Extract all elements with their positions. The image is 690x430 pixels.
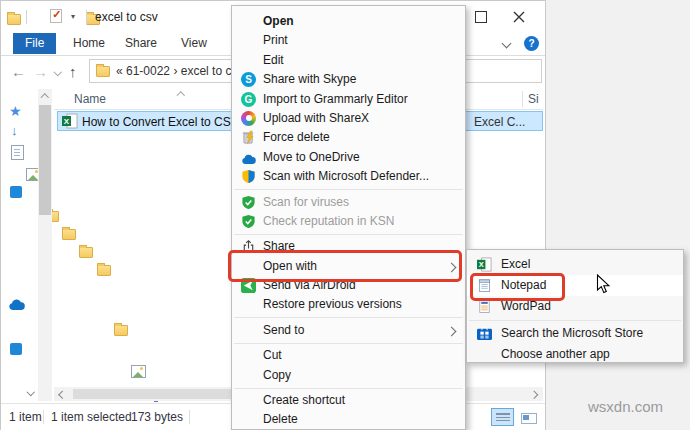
- screenshot: ▾ excel to csv File Home Share View ? ← …: [0, 0, 690, 430]
- search-input[interactable]: [456, 59, 542, 83]
- sort-ascending-icon[interactable]: [177, 92, 185, 100]
- menu-item-cut[interactable]: Cut: [232, 346, 465, 365]
- details-view-button[interactable]: [491, 408, 514, 426]
- menu-item-restore-previous-versions[interactable]: Restore previous versions: [232, 295, 465, 314]
- qat-separator: [86, 10, 87, 24]
- menu-item-copy[interactable]: Copy: [232, 366, 465, 385]
- status-divider: [189, 410, 190, 424]
- menu-item-scan-for-viruses[interactable]: Scan for viruses: [232, 193, 465, 212]
- menu-item-open[interactable]: Open: [232, 12, 465, 31]
- svg-text:X: X: [64, 117, 70, 126]
- antivirus-shield-icon: [241, 195, 256, 210]
- context-menu: Open Print Edit S Share with Skype G Imp…: [231, 5, 466, 430]
- onedrive-icon: [241, 152, 256, 167]
- thumbnail-view-button[interactable]: [516, 408, 539, 426]
- submenu-item-excel[interactable]: X Excel: [467, 254, 683, 275]
- onedrive-cloud-icon[interactable]: [8, 299, 25, 311]
- microsoft-store-icon: [477, 326, 492, 341]
- back-icon[interactable]: ←: [11, 56, 26, 89]
- vertical-scrollbar-thumb[interactable]: [39, 105, 51, 215]
- file-type: Excel C...: [474, 113, 525, 131]
- open-with-submenu: X Excel Notepad WordP: [466, 249, 684, 363]
- help-icon[interactable]: ?: [524, 36, 539, 51]
- close-icon[interactable]: [512, 10, 526, 24]
- menu-separator: [234, 388, 463, 389]
- scroll-right-icon[interactable]: [530, 390, 538, 398]
- ribbon-collapse-icon[interactable]: [502, 39, 512, 49]
- menu-item-move-to-onedrive[interactable]: Move to OneDrive: [232, 148, 465, 167]
- menu-separator: [234, 317, 463, 318]
- maximize-button[interactable]: [475, 11, 487, 23]
- sharex-icon: [241, 111, 256, 126]
- menu-item-create-shortcut[interactable]: Create shortcut: [232, 391, 465, 410]
- device-icon[interactable]: [10, 343, 22, 355]
- documents-icon[interactable]: [11, 145, 24, 160]
- scroll-up-icon[interactable]: [41, 94, 49, 102]
- details-view-icon: [496, 413, 510, 422]
- status-divider: [43, 410, 44, 424]
- downloads-arrow-icon[interactable]: ↓: [11, 123, 18, 138]
- menu-item-share-with-skype[interactable]: S Share with Skype: [232, 70, 465, 89]
- qat-dropdown-icon[interactable]: ▾: [71, 1, 75, 33]
- grammarly-icon: G: [241, 92, 256, 107]
- submenu-separator: [469, 320, 681, 321]
- device-icon[interactable]: [10, 186, 22, 198]
- tab-share[interactable]: Share: [113, 33, 169, 54]
- menu-item-print[interactable]: Print: [232, 31, 465, 50]
- menu-item-edit[interactable]: Edit: [232, 51, 465, 70]
- menu-item-delete[interactable]: Delete: [232, 410, 465, 429]
- column-divider[interactable]: [522, 91, 523, 107]
- menu-item-scan-defender[interactable]: Scan with Microsoft Defender...: [232, 167, 465, 186]
- tab-file[interactable]: File: [13, 33, 56, 54]
- qat-separator: [26, 10, 27, 24]
- folder-icon[interactable]: [114, 325, 128, 336]
- column-header-size[interactable]: Si: [528, 89, 539, 109]
- thumbnail-view-icon: [521, 413, 537, 424]
- submenu-item-notepad[interactable]: Notepad: [467, 275, 683, 296]
- address-folder-icon: [96, 66, 110, 77]
- column-header-name[interactable]: Name: [74, 89, 106, 109]
- folder-icon[interactable]: [62, 229, 76, 240]
- submenu-item-choose-another-app[interactable]: Choose another app: [467, 344, 683, 365]
- folder-icon[interactable]: [97, 265, 111, 276]
- submenu-item-search-microsoft-store[interactable]: Search the Microsoft Store: [467, 323, 683, 344]
- menu-item-open-with[interactable]: Open with: [232, 257, 465, 276]
- vertical-scrollbar[interactable]: [38, 89, 52, 401]
- menu-separator: [234, 234, 463, 235]
- antivirus-shield-icon: [241, 214, 256, 229]
- tab-home[interactable]: Home: [61, 33, 117, 54]
- status-size: 173 bytes: [131, 404, 183, 430]
- file-name: How to Convert Excel to CSV v: [82, 113, 248, 131]
- menu-item-share[interactable]: Share: [232, 237, 465, 256]
- skype-icon: S: [241, 72, 256, 87]
- scroll-left-icon[interactable]: [59, 390, 67, 398]
- tab-view[interactable]: View: [169, 33, 219, 54]
- recent-locations-icon[interactable]: [54, 68, 62, 76]
- menu-item-send-to[interactable]: Send to: [232, 321, 465, 340]
- menu-item-import-grammarly[interactable]: G Import to Grammarly Editor: [232, 90, 465, 109]
- expander-chevron-icon[interactable]: [27, 388, 35, 396]
- breadcrumb[interactable]: « 61-0022 › excel to c: [116, 60, 231, 82]
- mouse-cursor: [596, 274, 610, 295]
- status-selected: 1 item selected: [51, 404, 132, 430]
- forward-icon[interactable]: →: [33, 56, 48, 89]
- excel-icon: X: [477, 257, 492, 272]
- airdroid-icon: [241, 278, 256, 293]
- folder-icon[interactable]: [79, 247, 93, 258]
- menu-item-force-delete[interactable]: Force delete: [232, 128, 465, 147]
- submenu-arrow-icon: [447, 262, 457, 272]
- pictures-icon[interactable]: [131, 365, 146, 378]
- menu-separator: [234, 343, 463, 344]
- quick-access-star-icon[interactable]: ★: [9, 103, 22, 119]
- qat-properties-icon[interactable]: [50, 9, 62, 23]
- menu-item-upload-sharex[interactable]: Upload with ShareX: [232, 109, 465, 128]
- qat-folder-icon: [7, 14, 21, 25]
- submenu-item-wordpad[interactable]: WordPad: [467, 296, 683, 317]
- notepad-icon: [477, 278, 492, 293]
- menu-item-check-reputation-ksn[interactable]: Check reputation in KSN: [232, 212, 465, 231]
- menu-item-send-via-airdroid[interactable]: Send via AirDroid: [232, 276, 465, 295]
- defender-icon: [241, 169, 256, 184]
- share-icon: [241, 239, 256, 254]
- up-icon[interactable]: ↑: [69, 56, 77, 89]
- menu-separator: [234, 189, 463, 190]
